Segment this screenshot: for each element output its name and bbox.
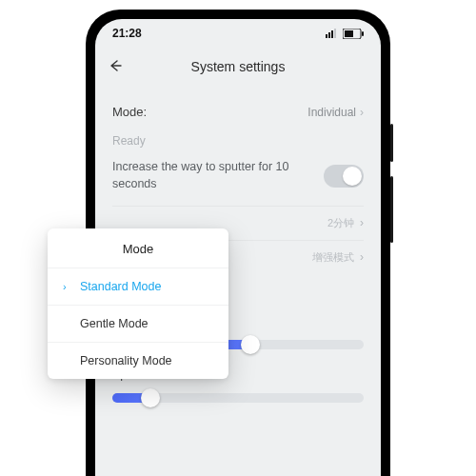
popup-title: Mode	[48, 228, 228, 268]
chevron-right-icon: ›	[63, 281, 72, 292]
background-value: 2分钟	[327, 216, 354, 230]
mode-popup: Mode › Standard Mode Gentle Mode Persona…	[48, 228, 228, 379]
side-button	[390, 176, 393, 243]
title-bar: System settings	[95, 48, 381, 86]
chevron-right-icon: ›	[360, 216, 364, 230]
svg-rect-0	[326, 34, 327, 38]
sputter-toggle[interactable]	[324, 165, 364, 188]
option-label: Gentle Mode	[80, 317, 149, 330]
option-label: Standard Mode	[80, 280, 161, 293]
mode-value-wrap: Individual ›	[307, 106, 364, 119]
status-bar: 21:28	[95, 19, 381, 48]
option-label: Personality Mode	[80, 354, 172, 367]
mode-row[interactable]: Mode: Individual ›	[112, 93, 364, 130]
page-title: System settings	[95, 59, 381, 74]
mode-value: Individual	[307, 106, 356, 119]
svg-rect-6	[362, 31, 364, 36]
sputter-label: Increase the way to sputter for 10 secon…	[112, 159, 293, 192]
status-icons	[326, 29, 364, 39]
mode-option-gentle[interactable]: Gentle Mode	[48, 305, 228, 342]
status-time: 21:28	[112, 27, 142, 40]
battery-icon	[343, 29, 364, 39]
chevron-right-icon: ›	[360, 106, 364, 119]
mode-option-standard[interactable]: › Standard Mode	[48, 268, 228, 305]
slider-thumb[interactable]	[241, 335, 260, 354]
signal-icon	[326, 29, 339, 38]
mode-option-personality[interactable]: Personality Mode	[48, 342, 228, 379]
chevron-right-icon: ›	[360, 250, 364, 265]
svg-rect-5	[345, 30, 353, 37]
svg-rect-2	[331, 30, 333, 38]
svg-rect-3	[334, 29, 336, 38]
side-button	[390, 124, 393, 162]
background-value: 增强模式	[312, 250, 354, 265]
slider-thumb[interactable]	[141, 388, 160, 407]
svg-rect-1	[328, 32, 330, 38]
sputter-row: Increase the way to sputter for 10 secon…	[112, 149, 364, 206]
ready-label: Ready	[112, 130, 364, 149]
speed-slider[interactable]	[112, 388, 364, 407]
mode-label: Mode:	[112, 105, 147, 119]
